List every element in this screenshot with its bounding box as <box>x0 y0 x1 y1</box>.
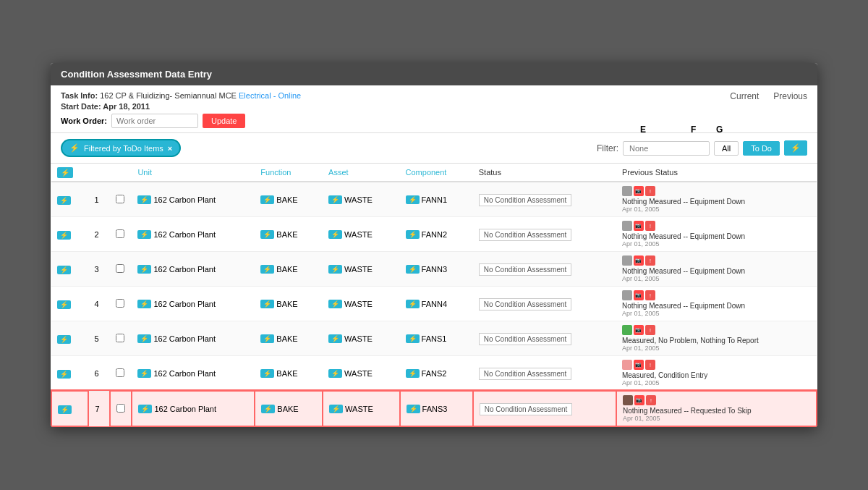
camera-icon[interactable]: 📷 <box>634 290 644 300</box>
alert-icon[interactable]: ! <box>645 221 655 231</box>
row-check[interactable] <box>110 182 132 217</box>
alert-icon[interactable]: ! <box>645 325 655 335</box>
camera-icon[interactable]: 📷 <box>634 255 644 266</box>
row-num: 6 <box>88 356 110 392</box>
row-status[interactable]: No Condition Assessment <box>473 391 616 426</box>
row-function: ⚡ BAKE <box>255 287 323 321</box>
task-info-link[interactable]: Electrical - Online <box>239 91 301 100</box>
prev-date: Apr 01, 2005 <box>622 310 745 317</box>
row-unit-name: 162 Carbon Plant <box>153 334 216 343</box>
alert-icon[interactable]: ! <box>645 255 655 266</box>
row-function: ⚡ BAKE <box>255 391 323 426</box>
row-status[interactable]: No Condition Assessment <box>473 182 616 217</box>
header-section: Task Info: 162 CP & Fluidizing- Semiannu… <box>51 85 817 133</box>
table-row: ⚡ 2 ⚡ 162 Carbon Plant ⚡ BAKE ⚡ WASTE <box>51 217 817 252</box>
row-check[interactable] <box>110 391 132 426</box>
row-status[interactable]: No Condition Assessment <box>473 356 616 392</box>
row-asset: ⚡ WASTE <box>323 287 399 321</box>
close-filter-icon[interactable]: × <box>168 144 172 153</box>
prev-date: Apr 01, 2005 <box>622 379 707 386</box>
row-lightning-icon[interactable]: ⚡ <box>58 405 72 414</box>
row-unit-name: 162 Carbon Plant <box>154 405 216 413</box>
alert-icon[interactable]: ! <box>646 395 656 405</box>
row-lightning-icon[interactable]: ⚡ <box>57 266 71 274</box>
row-status[interactable]: No Condition Assessment <box>473 217 616 252</box>
update-button[interactable]: Update <box>203 114 245 128</box>
row-check[interactable] <box>110 356 132 392</box>
filter-input[interactable] <box>623 141 710 156</box>
th-icon[interactable]: ⚡ <box>51 164 88 182</box>
row-component-name: FANS2 <box>422 369 447 378</box>
row-prev-status: 📷 ! Nothing Measured -- Requested To Ski… <box>616 391 817 426</box>
row-checkbox[interactable] <box>116 264 124 273</box>
comp-lightning-icon: ⚡ <box>406 230 420 239</box>
prev-status-color-icon <box>622 360 632 370</box>
title-bar: Condition Assessment Data Entry <box>51 63 817 85</box>
camera-icon[interactable]: 📷 <box>634 186 644 196</box>
row-component-name: FANS3 <box>422 405 448 413</box>
unit-lightning-icon: ⚡ <box>137 334 151 343</box>
camera-icon[interactable]: 📷 <box>634 395 644 405</box>
row-check[interactable] <box>110 217 132 252</box>
row-checkbox[interactable] <box>116 368 124 377</box>
row-component: ⚡ FANN2 <box>400 217 473 252</box>
table-row: ⚡ 5 ⚡ 162 Carbon Plant ⚡ BAKE ⚡ WASTE <box>51 321 817 356</box>
row-checkbox[interactable] <box>116 404 125 413</box>
row-lightning-icon[interactable]: ⚡ <box>57 370 71 379</box>
prev-status-text: Measured, No Problem, Nothing To Report <box>622 337 759 345</box>
filter-tag[interactable]: ⚡ Filtered by ToDo Items × <box>61 139 181 157</box>
row-check[interactable] <box>110 321 132 356</box>
camera-icon[interactable]: 📷 <box>634 221 644 231</box>
filter-tag-label: Filtered by ToDo Items <box>84 144 163 153</box>
row-asset-name: WASTE <box>344 195 373 204</box>
table-body: ⚡ 1 ⚡ 162 Carbon Plant ⚡ BAKE ⚡ WASTE <box>51 182 817 426</box>
row-checkbox[interactable] <box>116 195 124 203</box>
todo-button[interactable]: To Do <box>743 141 780 156</box>
row-function-name: BAKE <box>276 300 297 308</box>
row-check[interactable] <box>110 252 132 287</box>
row-num: 3 <box>88 252 110 287</box>
row-checkbox[interactable] <box>116 334 124 342</box>
func-lightning-icon: ⚡ <box>260 300 274 308</box>
row-lightning-icon[interactable]: ⚡ <box>57 231 71 240</box>
row-num: 2 <box>88 217 110 252</box>
filter-icon-button[interactable]: ⚡ <box>784 140 807 156</box>
work-order-input[interactable] <box>111 114 198 128</box>
current-previous: Current Previous <box>730 91 807 101</box>
status-value: No Condition Assessment <box>479 229 572 241</box>
th-status: Status <box>473 164 616 182</box>
row-num: 7 <box>88 391 110 426</box>
row-status[interactable]: No Condition Assessment <box>473 287 616 321</box>
camera-icon[interactable]: 📷 <box>634 325 644 335</box>
data-table: ⚡ Unit Function Asset Component Status P… <box>51 164 817 427</box>
prev-status-color-icon <box>623 395 633 405</box>
row-lightning-icon[interactable]: ⚡ <box>57 335 71 344</box>
filter-lightning-icon: ⚡ <box>791 143 801 152</box>
prev-status-text: Nothing Measured -- Equipment Down <box>622 232 745 240</box>
row-function-name: BAKE <box>276 369 297 378</box>
row-status[interactable]: No Condition Assessment <box>473 321 616 356</box>
row-check[interactable] <box>110 287 132 321</box>
unit-lightning-icon: ⚡ <box>137 369 151 378</box>
camera-icon[interactable]: 📷 <box>634 360 644 370</box>
th-function: Function <box>255 164 323 182</box>
row-status[interactable]: No Condition Assessment <box>473 252 616 287</box>
row-lightning-icon[interactable]: ⚡ <box>57 196 71 205</box>
alert-icon[interactable]: ! <box>645 360 655 370</box>
alert-icon[interactable]: ! <box>645 290 655 300</box>
status-value: No Condition Assessment <box>479 263 572 276</box>
row-checkbox[interactable] <box>116 299 124 308</box>
row-icon-col: ⚡ <box>51 321 88 356</box>
row-checkbox[interactable] <box>116 229 124 238</box>
row-unit-name: 162 Carbon Plant <box>153 195 216 204</box>
row-prev-status: 📷 ! Nothing Measured -- Equipment Down A… <box>616 252 817 287</box>
row-asset-name: WASTE <box>344 265 373 274</box>
alert-icon[interactable]: ! <box>645 186 655 196</box>
row-asset-name: WASTE <box>344 369 373 378</box>
comp-lightning-icon: ⚡ <box>406 265 420 274</box>
prev-status-text: Nothing Measured -- Requested To Skip <box>623 407 752 415</box>
row-prev-status: 📷 ! Nothing Measured -- Equipment Down A… <box>616 287 817 321</box>
all-button[interactable]: All <box>714 141 739 156</box>
row-lightning-icon[interactable]: ⚡ <box>57 300 71 309</box>
row-asset-name: WASTE <box>344 230 373 239</box>
